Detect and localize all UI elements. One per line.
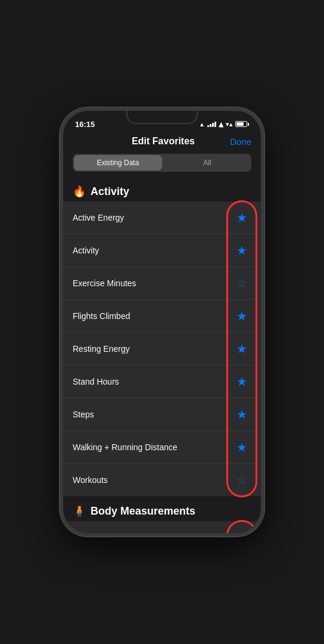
item-label-height: Height <box>73 532 96 533</box>
list-item-active-energy: Active Energy ★ <box>63 202 261 234</box>
bar1 <box>207 125 209 127</box>
list-item-steps: Steps ★ <box>63 398 261 431</box>
star-icon-exercise-minutes: ☆ <box>236 276 247 290</box>
list-item-resting-energy: Resting Energy ★ <box>63 333 261 366</box>
star-walking-running[interactable]: ★ <box>232 438 251 457</box>
done-button[interactable]: Done <box>230 137 251 147</box>
list-item-exercise-minutes: Exercise Minutes ☆ <box>63 267 261 300</box>
content-scroll[interactable]: 🔥 Activity Active Energy ★ Activity <box>63 178 261 533</box>
star-exercise-minutes[interactable]: ☆ <box>232 274 251 293</box>
item-label-resting-energy: Resting Energy <box>73 344 130 354</box>
activity-list: Active Energy ★ Activity ★ Exercise Minu… <box>63 202 261 496</box>
item-label-walking-running: Walking + Running Distance <box>73 442 177 452</box>
item-label-workouts: Workouts <box>73 475 108 485</box>
list-item-height: Height ☆ <box>63 521 261 533</box>
nav-title: Edit Favorites <box>132 136 195 147</box>
star-workouts[interactable]: ☆ <box>232 470 251 490</box>
star-icon-walking-running: ★ <box>236 440 247 454</box>
status-time: 16:15 <box>75 120 95 129</box>
screen: 16:15 ▲ ▲̣ ▾▴ <box>63 111 261 533</box>
notch <box>126 111 198 124</box>
star-icon-flights-climbed: ★ <box>236 309 247 323</box>
nav-bar: Edit Favorites Done <box>63 132 261 151</box>
bar4 <box>214 122 216 127</box>
item-label-activity: Activity <box>73 246 99 255</box>
body-measurements-title: Body Measurements <box>91 505 195 518</box>
signal-bars <box>207 121 216 127</box>
list-item-activity: Activity ★ <box>63 234 261 267</box>
item-label-exercise-minutes: Exercise Minutes <box>73 278 136 288</box>
activity-icon: 🔥 <box>73 185 86 198</box>
item-label-flights-climbed: Flights Climbed <box>73 311 130 321</box>
star-icon-height: ☆ <box>236 530 247 533</box>
list-item-stand-hours: Stand Hours ★ <box>63 366 261 398</box>
star-icon-stand-hours: ★ <box>236 374 247 389</box>
segment-all[interactable]: All <box>163 154 251 172</box>
star-resting-energy[interactable]: ★ <box>232 339 251 358</box>
star-icon-resting-energy: ★ <box>236 342 247 356</box>
wifi-icon: ▲̣ <box>219 120 223 128</box>
star-icon-activity: ★ <box>236 243 247 258</box>
list-item-workouts: Workouts ☆ <box>63 464 261 496</box>
bar2 <box>210 124 211 127</box>
activity-list-container: Active Energy ★ Activity ★ Exercise Minu… <box>63 202 261 496</box>
status-icons: ▲ ▲̣ ▾▴ <box>199 120 249 128</box>
star-steps[interactable]: ★ <box>232 405 251 424</box>
body-measurements-list-container: Height ☆ Weight ☆ <box>63 521 261 533</box>
item-label-active-energy: Active Energy <box>73 213 124 222</box>
activity-section-header: 🔥 Activity <box>63 178 261 202</box>
list-item-walking-running: Walking + Running Distance ★ <box>63 431 261 464</box>
wifi-symbol: ▾▴ <box>226 120 233 128</box>
battery-icon <box>235 121 249 127</box>
location-icon: ▲ <box>199 121 205 128</box>
bar3 <box>212 123 214 127</box>
body-measurements-icon: 🧍 <box>73 504 86 518</box>
segment-control: Existing Data All <box>73 154 251 172</box>
star-icon-workouts: ☆ <box>236 473 247 487</box>
activity-title: Activity <box>91 185 129 198</box>
list-item-flights-climbed: Flights Climbed ★ <box>63 300 261 333</box>
body-measurements-header: 🧍 Body Measurements <box>63 496 261 521</box>
star-stand-hours[interactable]: ★ <box>232 372 251 391</box>
star-active-energy[interactable]: ★ <box>232 208 251 227</box>
star-flights-climbed[interactable]: ★ <box>232 306 251 326</box>
phone-frame: 16:15 ▲ ▲̣ ▾▴ <box>60 107 264 537</box>
star-height[interactable]: ☆ <box>232 528 251 533</box>
star-icon-active-energy: ★ <box>236 210 247 225</box>
star-icon-steps: ★ <box>236 407 247 422</box>
item-label-steps: Steps <box>73 410 94 419</box>
item-label-stand-hours: Stand Hours <box>73 377 119 386</box>
segment-existing-data[interactable]: Existing Data <box>74 155 162 171</box>
star-activity[interactable]: ★ <box>232 241 251 260</box>
body-measurements-list: Height ☆ Weight ☆ <box>63 521 261 533</box>
